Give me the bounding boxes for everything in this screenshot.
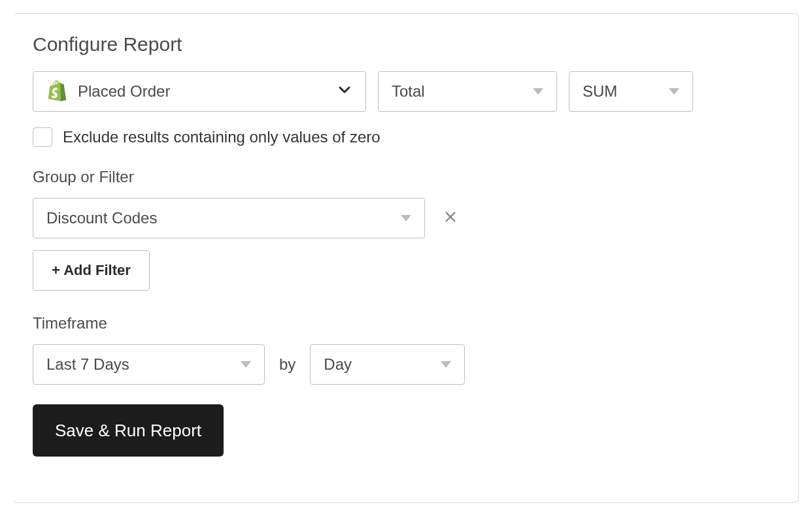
metric-select[interactable]: Placed Order [33, 71, 366, 112]
measure-select-label: Total [392, 82, 425, 101]
filter-select-label: Discount Codes [46, 209, 157, 227]
exclude-zero-checkbox[interactable] [33, 127, 52, 147]
add-filter-button[interactable]: + Add Filter [33, 250, 150, 291]
exclude-zero-label: Exclude results containing only values o… [63, 128, 381, 146]
by-label: by [279, 355, 296, 374]
aggregate-select-label: SUM [583, 82, 617, 101]
metric-select-label: Placed Order [78, 82, 170, 101]
timeframe-heading: Timeframe [33, 314, 777, 332]
remove-filter-button[interactable] [441, 206, 460, 231]
caret-down-icon [241, 361, 251, 368]
measure-select[interactable]: Total [378, 71, 557, 112]
filter-row: Discount Codes [33, 198, 777, 238]
save-run-report-label: Save & Run Report [55, 421, 201, 441]
timeframe-range-label: Last 7 Days [46, 355, 129, 374]
caret-down-icon [401, 215, 411, 221]
configure-report-panel: Configure Report Placed Order Total [13, 13, 799, 503]
save-run-report-button[interactable]: Save & Run Report [33, 404, 224, 457]
metric-row: Placed Order Total SUM [33, 71, 777, 112]
shopify-bag-icon [46, 80, 67, 103]
timeframe-row: Last 7 Days by Day [33, 344, 777, 385]
timeframe-interval-label: Day [324, 355, 352, 374]
exclude-zero-row: Exclude results containing only values o… [33, 127, 777, 147]
caret-down-icon [441, 361, 451, 368]
add-filter-label: + Add Filter [52, 262, 131, 279]
page-title: Configure Report [33, 33, 777, 56]
caret-down-icon [533, 88, 543, 95]
caret-down-icon [669, 88, 679, 95]
group-filter-heading: Group or Filter [33, 168, 777, 186]
filter-select[interactable]: Discount Codes [33, 198, 425, 238]
timeframe-interval-select[interactable]: Day [310, 344, 465, 385]
aggregate-select[interactable]: SUM [569, 71, 693, 112]
chevron-down-icon [337, 82, 352, 101]
timeframe-range-select[interactable]: Last 7 Days [33, 344, 265, 385]
